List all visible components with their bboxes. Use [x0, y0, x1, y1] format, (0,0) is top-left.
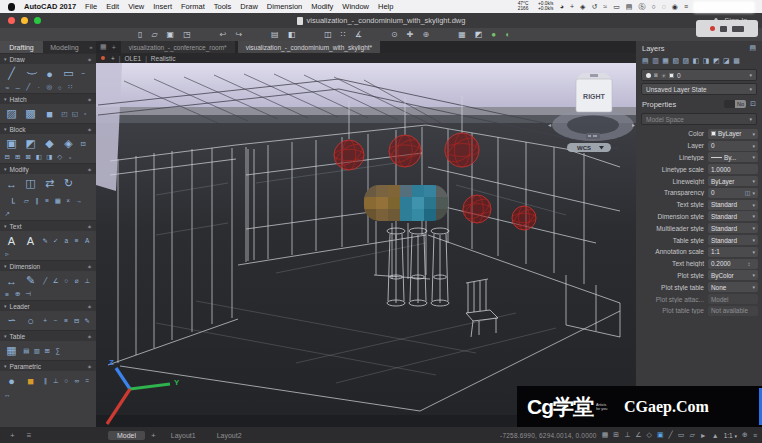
layer-off-icon[interactable]: ▥: [652, 57, 659, 65]
aligned-dimension-icon[interactable]: ╱: [41, 277, 50, 285]
insert-block-icon[interactable]: ▣: [3, 136, 20, 151]
layer-selector[interactable]: ◙ ☀ 0 ▾: [641, 69, 757, 81]
siri-icon[interactable]: ◉: [672, 3, 678, 11]
hatch-icon[interactable]: ▨: [3, 106, 20, 121]
wcs-dropdown[interactable]: WCS: [567, 143, 611, 152]
visual-styles-icon[interactable]: ◐: [505, 30, 510, 39]
solid-hatch-icon[interactable]: ■: [41, 106, 58, 121]
property-value[interactable]: 0.2000 ↕ ▾: [708, 259, 758, 269]
spotlight-icon[interactable]: ◌: [662, 3, 666, 10]
pan-icon[interactable]: ✚: [407, 30, 414, 39]
save-icon[interactable]: ▣: [167, 30, 175, 39]
section-gear-icon[interactable]: ✶: [87, 56, 92, 63]
layer-thaw-icon[interactable]: ▨: [683, 57, 690, 65]
s-app-icon[interactable]: Ⓢ: [638, 2, 645, 12]
formula-icon[interactable]: ∑: [54, 347, 63, 355]
fix-constraint-icon[interactable]: ■: [22, 373, 39, 388]
layer-properties-icon[interactable]: ▦: [458, 30, 466, 39]
section-gear-icon[interactable]: ✶: [87, 363, 92, 370]
document-tab[interactable]: visualization_-_conference_room*: [121, 41, 235, 53]
offset-icon[interactable]: ≡: [43, 197, 52, 205]
scale-text-icon[interactable]: a: [62, 237, 71, 245]
object-snap-tracking-icon[interactable]: ╱: [669, 431, 673, 439]
layer-unlock-icon[interactable]: ◨: [703, 57, 710, 65]
palette-overflow-icon[interactable]: »: [86, 41, 96, 53]
gradient-hatch-icon[interactable]: ▩: [22, 106, 39, 121]
symmetric-constraint-icon[interactable]: ∞: [73, 377, 82, 385]
layer-on-icon[interactable]: ▦: [662, 57, 669, 65]
menu-item[interactable]: Modify: [311, 2, 333, 11]
property-value[interactable]: Not available ▾: [708, 306, 758, 316]
array-icon[interactable]: ▦: [54, 197, 63, 205]
document-tab[interactable]: visualization_-_condominium_with_skyligh…: [238, 41, 380, 53]
edit-attribute-icon[interactable]: ⊟: [3, 153, 12, 161]
xref-icon[interactable]: ⊠: [24, 153, 33, 161]
parallel-constraint-icon[interactable]: ∥: [41, 377, 50, 385]
dimensional-constraint-icon[interactable]: ↔: [3, 390, 12, 398]
boundary-icon[interactable]: ◰: [60, 110, 69, 118]
value-extra-icon[interactable]: ↕: [747, 261, 750, 267]
property-value[interactable]: 1:1 ▾: [708, 247, 758, 257]
plot-icon[interactable]: ▤: [271, 30, 279, 39]
control-center-icon[interactable]: ≡: [684, 3, 688, 10]
annotation-scale-control[interactable]: 1:1 ▾: [724, 432, 737, 439]
palette-tab[interactable]: Drafting: [0, 41, 43, 53]
minimize-window-button[interactable]: [21, 17, 28, 24]
layer-freeze-icon[interactable]: ▧: [672, 57, 679, 65]
viewport-canvas[interactable]: ◂ ▸ RIGHT WCS: [96, 63, 636, 427]
adjust-icon[interactable]: ◨: [45, 153, 54, 161]
region-icon[interactable]: ◱: [71, 110, 80, 118]
section-gear-icon[interactable]: ✶: [87, 303, 92, 310]
open-file-icon[interactable]: ▱: [151, 30, 157, 39]
underlay-icon[interactable]: ◇: [56, 153, 65, 161]
diameter-dimension-icon[interactable]: ⌀: [73, 277, 82, 285]
section-header[interactable]: ▾ Text ✶: [0, 220, 96, 231]
menu-item[interactable]: Window: [342, 2, 369, 11]
multileader-edit-icon[interactable]: ○: [22, 313, 39, 328]
point-icon[interactable]: ·: [35, 83, 44, 91]
layer-state-selector[interactable]: Unsaved Layer State ▾: [641, 83, 757, 95]
property-value[interactable]: 1.0000 ▾: [708, 164, 758, 174]
tab-model[interactable]: Model: [108, 431, 145, 440]
fillet-icon[interactable]: ⌐: [4, 192, 19, 209]
property-value[interactable]: ByColor ▾: [708, 270, 758, 280]
donut-icon[interactable]: ◎: [45, 83, 54, 91]
single-line-text-icon[interactable]: A: [3, 233, 20, 248]
menu-item[interactable]: Help: [378, 2, 393, 11]
section-gear-icon[interactable]: ✶: [87, 223, 92, 230]
net-speed-widget[interactable]: +0.0k/s+0.0k/s: [538, 1, 554, 11]
palette-menu-icon[interactable]: ≡: [27, 431, 32, 440]
color-wheel-icon[interactable]: ◕: [560, 3, 564, 10]
selection-cycling-icon[interactable]: ►: [700, 432, 707, 439]
coincident-constraint-icon[interactable]: ●: [3, 373, 20, 388]
isodraft-icon[interactable]: ◇: [647, 431, 652, 439]
collect-leaders-icon[interactable]: ⊟: [73, 317, 82, 325]
menu-item[interactable]: Dimension: [267, 2, 302, 11]
construction-line-icon[interactable]: ─: [14, 83, 23, 91]
display-icon[interactable]: ▭: [613, 3, 620, 11]
section-header[interactable]: ▾ Leader ✶: [0, 300, 96, 311]
multiple-points-icon[interactable]: ∷: [66, 83, 75, 91]
layer-isolate-icon[interactable]: ◩: [713, 57, 720, 65]
align-leaders-icon[interactable]: ≡: [62, 317, 71, 325]
define-attribute-icon[interactable]: ⊡: [79, 140, 88, 148]
arc-icon[interactable]: (: [23, 65, 38, 82]
new-file-icon[interactable]: ▯: [138, 30, 142, 39]
edit-text-icon[interactable]: ✎: [41, 237, 50, 245]
section-gear-icon[interactable]: ✶: [87, 263, 92, 270]
value-extra-icon[interactable]: ◫: [745, 189, 751, 196]
menu-item[interactable]: Edit: [106, 2, 119, 11]
section-gear-icon[interactable]: ✶: [87, 333, 92, 340]
measure-icon[interactable]: ∡: [355, 30, 362, 39]
drawing-canvas[interactable]: ◂ ▸ RIGHT WCS: [96, 63, 636, 427]
menu-item[interactable]: Insert: [153, 2, 172, 11]
copy-icon[interactable]: ∥: [33, 197, 42, 205]
pickadd-toggle[interactable]: No: [724, 100, 746, 108]
move-icon[interactable]: ↔: [3, 176, 20, 191]
attach-reference-icon[interactable]: ◈: [60, 136, 77, 151]
layer-previous-icon[interactable]: ▩: [733, 57, 740, 65]
radius-dimension-icon[interactable]: ○: [62, 277, 71, 285]
close-window-button[interactable]: [8, 17, 15, 24]
snap-icon[interactable]: ⊞: [613, 431, 619, 439]
property-value[interactable]: Model ▾: [708, 294, 758, 304]
